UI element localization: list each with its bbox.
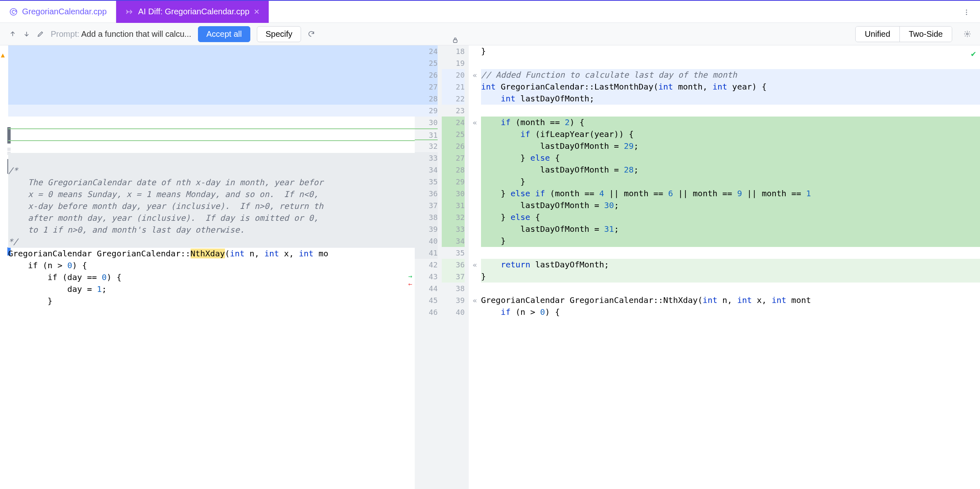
prompt-display[interactable]: Prompt: Add a function that will calcu..… (51, 29, 191, 39)
code-line: GregorianCalendar GregorianCalendar::Nth… (8, 248, 415, 260)
code-line: } else if (month == 4 || month == 6 || m… (481, 188, 980, 200)
right-editor[interactable]: ✔ } // Added Function to calculate last … (481, 45, 980, 489)
accept-all-button[interactable]: Accept all (198, 26, 251, 42)
code-line: } (8, 295, 415, 307)
code-line (481, 105, 980, 117)
tab-menu-button[interactable] (953, 7, 980, 17)
left-pane: /* The GregorianCalendar date of nth x-d… (8, 45, 442, 489)
comment-line: /* (8, 165, 415, 177)
tab-file[interactable]: GregorianCalendar.cpp (0, 1, 116, 23)
revert-chunk-icon[interactable]: « (469, 69, 481, 81)
chevron-gutter: « « « « (469, 45, 481, 489)
code-line: return lastDayOfMonth; (481, 259, 980, 271)
code-line: } else { (481, 152, 980, 164)
code-line: } (481, 235, 980, 247)
warning-gutter: ▲ (0, 45, 8, 489)
close-icon[interactable]: ✕ (254, 7, 260, 16)
code-line: lastDayOfMonth = 30; (481, 200, 980, 211)
comment-line: */ (8, 236, 415, 248)
diff-view: ▲ /* The GregorianCalendar date of nth x (0, 45, 980, 489)
code-line: int GregorianCalendar::LastMonthDay(int … (481, 81, 980, 93)
code-line (481, 57, 980, 69)
svg-point-2 (966, 11, 967, 13)
left-gutter: 24 25 26 27 28 29 30 31 32 33 34 35 36 3… (415, 45, 442, 489)
prev-diff-icon[interactable] (9, 30, 16, 38)
code-line: if (ifLeapYear(year)) { (481, 128, 980, 140)
code-line: if (n > 0) { (8, 260, 415, 271)
warning-icon[interactable]: ▲ (1, 51, 5, 59)
cpp-file-icon (9, 7, 18, 17)
code-line: lastDayOfMonth = 31; (481, 223, 980, 235)
next-diff-icon[interactable] (23, 30, 30, 38)
tab-ai-label: AI Diff: GregorianCalendar.cpp (138, 7, 249, 16)
right-pane: 18 19 20 21 22 23 24 25 26 27 28 29 30 3… (442, 45, 980, 489)
right-gutter: 18 19 20 21 22 23 24 25 26 27 28 29 30 3… (442, 45, 469, 489)
code-line (481, 283, 980, 294)
code-line: day = 1; (8, 283, 415, 295)
comment-line: after month day, year (inclusive). If da… (8, 212, 415, 224)
edit-icon[interactable] (37, 30, 44, 38)
comment-line: The GregorianCalendar date of nth x-day … (8, 177, 415, 188)
refresh-icon[interactable] (308, 30, 315, 38)
code-line: if (day == 0) { (8, 271, 415, 283)
code-line: } else { (481, 211, 980, 223)
comment-line: x = 0 means Sunday, x = 1 means Monday, … (8, 188, 415, 200)
prompt-label: Prompt: (51, 29, 81, 38)
check-icon: ✔ (971, 49, 976, 58)
code-line: if (month == 2) { (481, 117, 980, 128)
code-line (481, 247, 980, 259)
tab-file-label: GregorianCalendar.cpp (22, 7, 107, 16)
code-line: } (481, 45, 980, 57)
svg-point-4 (967, 33, 969, 35)
twoside-button[interactable]: Two-Side (899, 27, 952, 42)
tab-ai-diff[interactable]: AI Diff: GregorianCalendar.cpp ✕ (116, 1, 269, 23)
lock-icon (452, 36, 459, 44)
specify-button[interactable]: Specify (257, 26, 301, 42)
code-line: } (481, 176, 980, 188)
code-line: lastDayOfMonth = 29; (481, 140, 980, 152)
svg-rect-5 (454, 40, 457, 43)
settings-icon[interactable] (964, 30, 971, 38)
code-line: if (n > 0) { (481, 306, 980, 318)
tab-bar: GregorianCalendar.cpp AI Diff: Gregorian… (0, 0, 980, 23)
diff-arrow-icon (125, 7, 134, 17)
revert-chunk-icon[interactable]: « (469, 294, 481, 306)
svg-point-1 (966, 9, 967, 11)
comment-line: to 1 if n>0, and month's last day otherw… (8, 224, 415, 236)
svg-point-3 (966, 14, 967, 15)
revert-chunk-icon[interactable]: « (469, 117, 481, 128)
code-line: lastDayOfMonth = 28; (481, 164, 980, 176)
view-mode-toggle: Unified Two-Side (855, 26, 952, 42)
code-line: int lastDayOfMonth; (481, 93, 980, 105)
code-line: } (481, 271, 980, 283)
diff-toolbar: Prompt: Add a function that will calcu..… (0, 23, 980, 45)
revert-chunk-icon[interactable]: « (469, 259, 481, 271)
code-line: // Added Function to calculate last day … (481, 69, 980, 81)
comment-line: x-day before month day, year (inclusive)… (8, 200, 415, 212)
left-editor[interactable]: /* The GregorianCalendar date of nth x-d… (8, 45, 415, 489)
code-line: GregorianCalendar GregorianCalendar::Nth… (481, 294, 980, 306)
unified-button[interactable]: Unified (856, 27, 899, 42)
merge-arrows[interactable]: → ← (408, 272, 412, 288)
prompt-text: Add a function that will calcu... (81, 29, 191, 38)
